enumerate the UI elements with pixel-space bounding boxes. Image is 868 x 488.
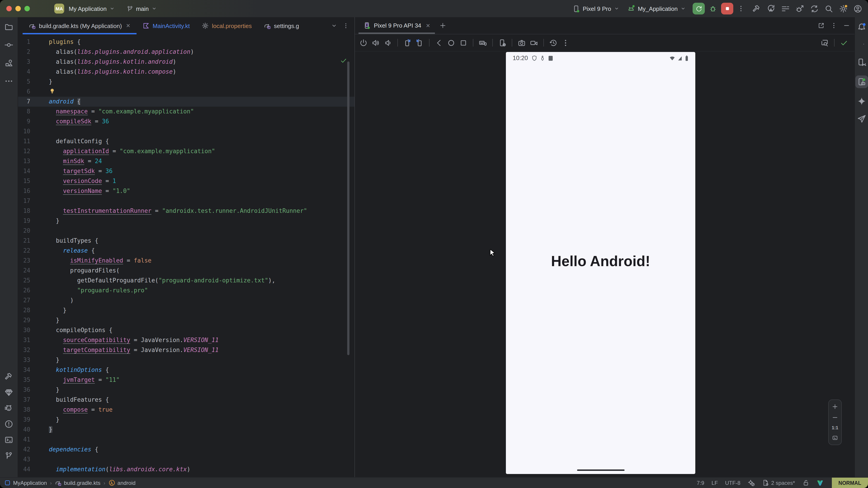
line-number[interactable]: 36 bbox=[18, 385, 30, 395]
overview-icon[interactable] bbox=[459, 39, 467, 47]
line-number[interactable]: 27 bbox=[18, 295, 30, 305]
encoding-indicator[interactable]: UTF-8 bbox=[725, 480, 741, 486]
line-number[interactable]: 32 bbox=[18, 345, 30, 355]
code-line[interactable]: 5} bbox=[18, 77, 354, 87]
search-icon[interactable] bbox=[825, 4, 833, 13]
code-line[interactable]: 39 } bbox=[18, 415, 354, 425]
line-number[interactable]: 24 bbox=[18, 266, 30, 275]
editor-tab[interactable]: MainActivity.kt bbox=[136, 17, 195, 34]
volume-up-icon[interactable] bbox=[372, 39, 380, 47]
breadcrumb-item[interactable]: MyApplication bbox=[4, 480, 47, 486]
camera-icon[interactable] bbox=[518, 39, 526, 47]
code-line[interactable]: 37 buildFeatures { bbox=[18, 395, 354, 405]
code-line[interactable]: 18 testInstrumentationRunner = "androidx… bbox=[18, 206, 354, 216]
line-number[interactable]: 33 bbox=[18, 355, 30, 365]
snapshot-icon[interactable] bbox=[549, 39, 557, 47]
panel-options-kebab-icon[interactable] bbox=[831, 22, 837, 29]
code-line[interactable]: 44 implementation(libs.androidx.core.ktx… bbox=[18, 464, 354, 475]
line-number[interactable]: 40 bbox=[18, 425, 30, 435]
settings-gear-badged-icon[interactable] bbox=[839, 4, 848, 13]
breadcrumb-item[interactable]: android bbox=[108, 480, 135, 486]
line-number[interactable]: 16 bbox=[18, 186, 30, 196]
code-line[interactable]: 4 alias(libs.plugins.kotlin.compose) bbox=[18, 67, 354, 77]
line-number[interactable]: 35 bbox=[18, 375, 30, 385]
code-line[interactable]: 42dependencies { bbox=[18, 445, 354, 455]
code-line[interactable]: 12 applicationId = "com.example.myapplic… bbox=[18, 147, 354, 156]
indent-indicator[interactable]: 2 spaces* bbox=[762, 480, 795, 486]
code-line[interactable]: 15 versionCode = 1 bbox=[18, 176, 354, 186]
line-number[interactable]: 1 bbox=[18, 37, 30, 47]
code-line[interactable]: 40} bbox=[18, 425, 354, 435]
zoom-reset-button[interactable]: 1:1 bbox=[832, 425, 838, 430]
code-line[interactable]: 30 compileOptions { bbox=[18, 325, 354, 335]
avatar-icon[interactable] bbox=[854, 4, 862, 13]
code-line[interactable]: 17 bbox=[18, 196, 354, 206]
close-device-tab-icon[interactable]: ✕ bbox=[426, 22, 430, 29]
line-number[interactable]: 17 bbox=[18, 196, 30, 206]
rerun-button[interactable] bbox=[692, 3, 705, 14]
line-number[interactable]: 21 bbox=[18, 236, 30, 246]
line-number[interactable]: 9 bbox=[18, 117, 30, 127]
running-devices-icon[interactable] bbox=[855, 75, 868, 88]
code-line[interactable]: 7android { bbox=[18, 97, 354, 107]
more-run-options-button[interactable] bbox=[737, 5, 745, 12]
terminal-icon[interactable] bbox=[4, 435, 13, 444]
line-number[interactable]: 10 bbox=[18, 127, 30, 136]
code-line[interactable]: 28 } bbox=[18, 305, 354, 315]
code-line[interactable]: 2 alias(libs.plugins.android.application… bbox=[18, 47, 354, 57]
line-number[interactable]: 3 bbox=[18, 57, 30, 67]
line-number[interactable]: 19 bbox=[18, 216, 30, 226]
kebab-icon[interactable] bbox=[561, 39, 569, 47]
caret-position[interactable]: 7:9 bbox=[697, 480, 704, 486]
code-line[interactable]: 20 bbox=[18, 226, 354, 236]
add-device-button[interactable] bbox=[435, 17, 451, 34]
line-number[interactable]: 28 bbox=[18, 305, 30, 315]
code-line[interactable]: 1plugins { bbox=[18, 37, 354, 47]
build-hammer-icon[interactable] bbox=[4, 372, 13, 381]
volume-down-icon[interactable] bbox=[384, 39, 392, 47]
logcat-cat-icon[interactable] bbox=[4, 404, 13, 413]
hide-panel-icon[interactable] bbox=[843, 22, 850, 29]
code-line[interactable]: 24 proguardFiles( bbox=[18, 266, 354, 275]
code-line[interactable]: 11 defaultConfig { bbox=[18, 136, 354, 147]
line-ending-indicator[interactable]: LF bbox=[712, 480, 718, 486]
more-tools-icon[interactable] bbox=[4, 77, 13, 86]
project-selector[interactable]: My Application bbox=[69, 5, 115, 12]
code-line[interactable]: 35 jvmTarget = "11" bbox=[18, 375, 354, 385]
code-line[interactable]: 9 compileSdk = 36 bbox=[18, 117, 354, 127]
hardware-input-icon[interactable] bbox=[479, 39, 487, 47]
line-number[interactable]: 14 bbox=[18, 166, 30, 176]
editor-tab[interactable]: local.properties bbox=[195, 17, 257, 34]
device-selector[interactable]: Pixel 9 Pro bbox=[572, 5, 619, 12]
line-number[interactable]: 25 bbox=[18, 275, 30, 286]
attach-debugger-icon[interactable] bbox=[796, 4, 804, 13]
code-line[interactable]: 14 targetSdk = 36 bbox=[18, 166, 354, 176]
code-line[interactable]: 6 bbox=[18, 87, 354, 97]
line-number[interactable]: 12 bbox=[18, 147, 30, 156]
tab-list-chevron-icon[interactable] bbox=[331, 23, 337, 29]
line-number[interactable]: 13 bbox=[18, 156, 30, 166]
line-number[interactable]: 6 bbox=[18, 87, 30, 97]
line-number[interactable]: 42 bbox=[18, 445, 30, 455]
code-line[interactable]: 33 } bbox=[18, 355, 354, 365]
readonly-toggle-icon[interactable] bbox=[802, 480, 809, 486]
code-line[interactable]: 19 } bbox=[18, 216, 354, 226]
line-number[interactable]: 41 bbox=[18, 435, 30, 445]
close-tab-icon[interactable]: ✕ bbox=[126, 23, 130, 29]
code-line[interactable]: 41 bbox=[18, 435, 354, 445]
gemini-sparkle-icon[interactable] bbox=[857, 97, 866, 106]
breadcrumb-item[interactable]: build.gradle.kts bbox=[55, 480, 100, 486]
line-number[interactable]: 18 bbox=[18, 206, 30, 216]
code-line[interactable]: 25 getDefaultProguardFile("proguard-andr… bbox=[18, 275, 354, 286]
tab-options-kebab-icon[interactable] bbox=[343, 23, 349, 29]
profiler-icon[interactable] bbox=[781, 4, 790, 13]
line-number[interactable]: 8 bbox=[18, 107, 30, 117]
code-line[interactable]: 31 sourceCompatibility = JavaVersion.VER… bbox=[18, 335, 354, 345]
notifications-bell-icon[interactable] bbox=[857, 23, 866, 32]
debug-button[interactable] bbox=[709, 4, 717, 13]
code-line[interactable]: 16 versionName = "1.0" bbox=[18, 186, 354, 196]
editor-tab[interactable]: settings.g bbox=[258, 17, 305, 34]
line-number[interactable]: 29 bbox=[18, 315, 30, 325]
code-line[interactable]: 23 isMinifyEnabled = false bbox=[18, 256, 354, 266]
problems-icon[interactable] bbox=[4, 420, 13, 428]
